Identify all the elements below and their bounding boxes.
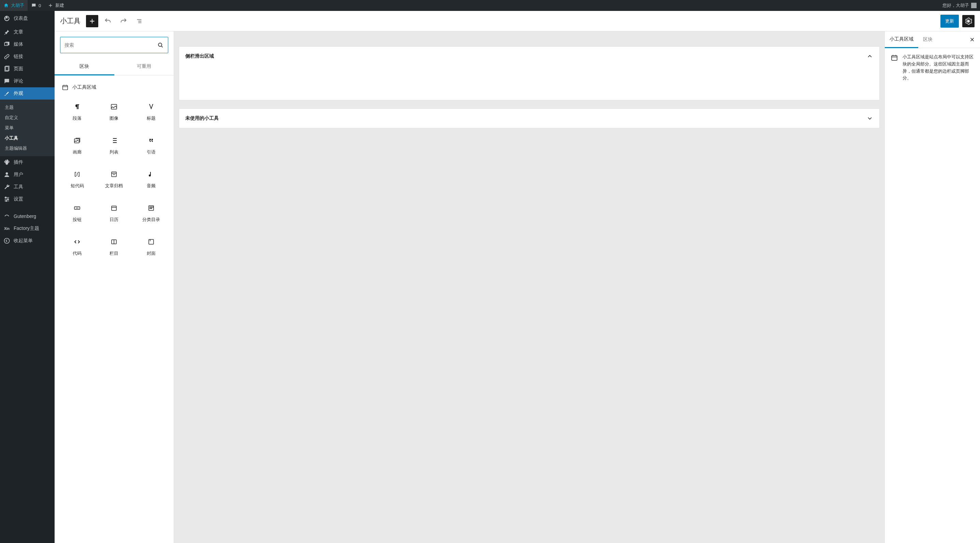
image-icon bbox=[110, 103, 118, 111]
sidebar-item-settings[interactable]: 设置 bbox=[0, 193, 55, 205]
svg-point-21 bbox=[151, 208, 152, 209]
audio-icon bbox=[147, 170, 155, 178]
sidebar-item-comments[interactable]: 评论 bbox=[0, 75, 55, 87]
settings-button[interactable] bbox=[962, 15, 975, 27]
page-title: 小工具 bbox=[60, 16, 81, 25]
adminbar-comments-count: 0 bbox=[38, 3, 41, 8]
sidebar-item-collapse[interactable]: 收起菜单 bbox=[0, 235, 55, 247]
chevron-down-icon[interactable] bbox=[866, 115, 873, 122]
update-button[interactable]: 更新 bbox=[940, 15, 959, 28]
svg-point-7 bbox=[5, 238, 10, 243]
block-code[interactable]: 代码 bbox=[60, 232, 94, 263]
block-columns[interactable]: 栏目 bbox=[97, 232, 131, 263]
block-categories[interactable]: 分类目录 bbox=[134, 198, 168, 229]
sidebar-label-gutenberg: Gutenberg bbox=[14, 214, 36, 219]
sidebar-label-factory: Factory主题 bbox=[14, 225, 39, 232]
list-view-button[interactable] bbox=[133, 15, 145, 27]
sidebar-item-appearance[interactable]: 外观 bbox=[0, 87, 55, 100]
admin-sidebar: 仪表盘 文章 媒体 链接 页面 评论 外观 主题 自定义 菜单 bbox=[0, 11, 55, 543]
tab-reusable[interactable]: 可重用 bbox=[114, 59, 174, 75]
block-shortcode[interactable]: 短代码 bbox=[60, 164, 94, 195]
block-button[interactable]: 按钮 bbox=[60, 198, 94, 229]
redo-button[interactable] bbox=[118, 15, 130, 27]
block-calendar[interactable]: 日历 bbox=[97, 198, 131, 229]
page-icon bbox=[3, 65, 10, 72]
comments-icon bbox=[3, 78, 10, 84]
svg-rect-23 bbox=[149, 240, 154, 244]
add-block-button[interactable] bbox=[86, 15, 98, 27]
svg-point-19 bbox=[153, 207, 153, 207]
sidebar-label-appearance: 外观 bbox=[14, 90, 23, 97]
block-gallery[interactable]: 画廊 bbox=[60, 130, 94, 161]
block-cover[interactable]: 封面 bbox=[134, 232, 168, 263]
admin-bar: 大胡子 0 新建 您好，大胡子 bbox=[0, 0, 980, 11]
sidebar-sub-themes[interactable]: 主题 bbox=[0, 102, 55, 113]
adminbar-site[interactable]: 大胡子 bbox=[0, 0, 28, 11]
block-list[interactable]: 列表 bbox=[97, 130, 131, 161]
settings-tab-widget-area[interactable]: 小工具区域 bbox=[885, 32, 918, 48]
undo-button[interactable] bbox=[102, 15, 114, 27]
sidebar-item-users[interactable]: 用户 bbox=[0, 168, 55, 181]
sidebar-item-factory[interactable]: Xin Factory主题 bbox=[0, 222, 55, 235]
sidebar-sub-customize[interactable]: 自定义 bbox=[0, 113, 55, 123]
chevron-up-icon[interactable] bbox=[866, 53, 873, 60]
adminbar-new-label: 新建 bbox=[55, 2, 64, 8]
shortcode-icon bbox=[73, 170, 81, 178]
svg-point-8 bbox=[967, 20, 969, 22]
sidebar-item-plugins[interactable]: 插件 bbox=[0, 156, 55, 168]
sidebar-sub-widgets[interactable]: 小工具 bbox=[0, 133, 55, 143]
sidebar-sub-menus[interactable]: 菜单 bbox=[0, 123, 55, 133]
svg-rect-10 bbox=[63, 86, 68, 90]
sidebar-item-gutenberg[interactable]: Gutenberg bbox=[0, 210, 55, 222]
block-image[interactable]: 图像 bbox=[97, 97, 131, 127]
sidebar-label-dashboard: 仪表盘 bbox=[14, 15, 28, 22]
editor-main: 小工具 更新 bbox=[55, 11, 980, 543]
sidebar-sub-theme-editor[interactable]: 主题编辑器 bbox=[0, 143, 55, 154]
sidebar-label-plugins: 插件 bbox=[14, 159, 23, 165]
block-paragraph[interactable]: 段落 bbox=[60, 97, 94, 127]
link-icon bbox=[3, 53, 10, 60]
sidebar-item-tools[interactable]: 工具 bbox=[0, 181, 55, 193]
adminbar-site-name: 大胡子 bbox=[11, 2, 24, 8]
calendar-icon bbox=[110, 204, 118, 212]
svg-point-17 bbox=[150, 207, 151, 207]
adminbar-account[interactable]: 您好，大胡子 bbox=[939, 0, 980, 11]
settings-description: 小工具区域是站点布局中可以支持区块的全局部分。这些区域因主题而异，但通常都是您的… bbox=[902, 54, 975, 82]
inserter-tabs: 区块 可重用 bbox=[55, 59, 174, 75]
adminbar-comments[interactable]: 0 bbox=[28, 0, 45, 11]
sidebar-item-pages[interactable]: 页面 bbox=[0, 63, 55, 75]
block-search-input[interactable] bbox=[65, 42, 157, 48]
sidebar-item-links[interactable]: 链接 bbox=[0, 51, 55, 63]
svg-point-9 bbox=[158, 43, 162, 46]
adminbar-new[interactable]: 新建 bbox=[45, 0, 68, 11]
avatar bbox=[971, 3, 977, 8]
sidebar-item-media[interactable]: 媒体 bbox=[0, 38, 55, 51]
tab-blocks[interactable]: 区块 bbox=[55, 59, 114, 75]
block-category-header[interactable]: 小工具区域 bbox=[60, 81, 168, 97]
widget-area-icon bbox=[890, 54, 899, 62]
wrench-icon bbox=[3, 184, 10, 191]
block-search-box[interactable] bbox=[60, 37, 168, 53]
collapse-icon bbox=[3, 237, 10, 244]
svg-point-18 bbox=[151, 207, 152, 207]
settings-close-button[interactable] bbox=[964, 37, 980, 43]
widget-area-sidebar-slideout[interactable]: 侧栏滑出区域 bbox=[179, 46, 880, 100]
block-quote[interactable]: 引语 bbox=[134, 130, 168, 161]
widget-area-unused[interactable]: 未使用的小工具 bbox=[179, 108, 880, 128]
settings-tab-block[interactable]: 区块 bbox=[918, 32, 937, 48]
svg-rect-24 bbox=[892, 56, 897, 60]
sidebar-label-media: 媒体 bbox=[14, 41, 23, 48]
categories-icon bbox=[147, 204, 155, 212]
block-heading[interactable]: 标题 bbox=[134, 97, 168, 127]
factory-icon: Xin bbox=[3, 225, 10, 232]
sidebar-label-users: 用户 bbox=[14, 171, 23, 178]
sidebar-item-dashboard[interactable]: 仪表盘 bbox=[0, 11, 55, 26]
editor-canvas[interactable]: 侧栏滑出区域 未使用的小工具 bbox=[174, 32, 885, 543]
sidebar-item-posts[interactable]: 文章 bbox=[0, 26, 55, 38]
list-icon bbox=[110, 137, 118, 144]
block-audio[interactable]: 音频 bbox=[134, 164, 168, 195]
svg-point-5 bbox=[8, 198, 8, 200]
block-category-label: 小工具区域 bbox=[72, 84, 96, 90]
block-archives[interactable]: 文章归档 bbox=[97, 164, 131, 195]
svg-point-6 bbox=[6, 200, 7, 201]
